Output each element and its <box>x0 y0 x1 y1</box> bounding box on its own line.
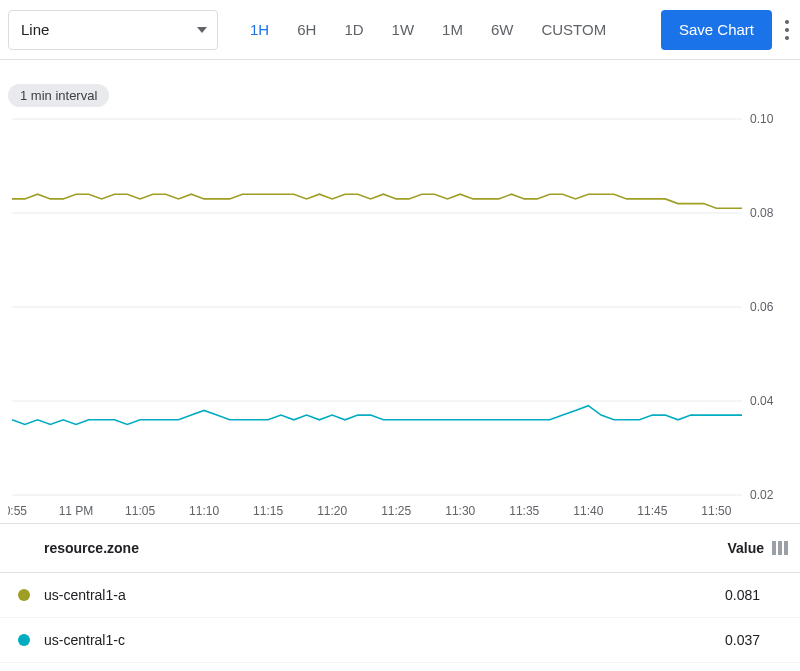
time-range-6h[interactable]: 6H <box>283 13 330 46</box>
svg-text:11:15: 11:15 <box>253 504 283 518</box>
legend-row[interactable]: us-central1-c0.037 <box>0 618 800 663</box>
svg-text:10:55: 10:55 <box>8 504 27 518</box>
svg-text:0.04: 0.04 <box>750 394 774 408</box>
svg-text:11:50: 11:50 <box>701 504 731 518</box>
toolbar: Line 1H6H1D1W1M6WCUSTOM Save Chart <box>0 0 800 60</box>
legend-row-value: 0.081 <box>725 587 788 603</box>
svg-text:11:30: 11:30 <box>445 504 475 518</box>
line-chart: 0.020.040.060.080.1010:5511 PM11:0511:10… <box>8 113 792 523</box>
svg-text:11:20: 11:20 <box>317 504 347 518</box>
svg-text:0.06: 0.06 <box>750 300 774 314</box>
series-swatch <box>18 634 30 646</box>
svg-text:11:35: 11:35 <box>509 504 539 518</box>
time-range-6w[interactable]: 6W <box>477 13 528 46</box>
chart-area: 1 min interval 0.020.040.060.080.1010:55… <box>0 60 800 523</box>
svg-text:11:10: 11:10 <box>189 504 219 518</box>
more-menu-icon[interactable] <box>782 10 792 50</box>
svg-text:11:40: 11:40 <box>573 504 603 518</box>
svg-text:0.08: 0.08 <box>750 206 774 220</box>
svg-text:11 PM: 11 PM <box>59 504 94 518</box>
chevron-down-icon <box>197 27 207 33</box>
legend-header: resource.zone Value <box>0 523 800 573</box>
legend-row[interactable]: us-central1-a0.081 <box>0 573 800 618</box>
interval-badge: 1 min interval <box>8 84 109 107</box>
chart-type-value: Line <box>21 21 49 38</box>
svg-text:11:25: 11:25 <box>381 504 411 518</box>
legend-row-name: us-central1-a <box>44 587 126 603</box>
legend-header-value: Value <box>727 540 764 556</box>
time-range-custom[interactable]: CUSTOM <box>527 13 620 46</box>
time-range-1m[interactable]: 1M <box>428 13 477 46</box>
series-swatch <box>18 589 30 601</box>
legend-header-name: resource.zone <box>44 540 139 556</box>
legend-row-name: us-central1-c <box>44 632 125 648</box>
time-range-1h[interactable]: 1H <box>236 13 283 46</box>
svg-text:0.02: 0.02 <box>750 488 774 502</box>
svg-text:0.10: 0.10 <box>750 113 774 126</box>
legend-row-value: 0.037 <box>725 632 788 648</box>
time-range-1w[interactable]: 1W <box>378 13 429 46</box>
svg-text:11:05: 11:05 <box>125 504 155 518</box>
columns-icon[interactable] <box>772 541 788 555</box>
time-range-1d[interactable]: 1D <box>330 13 377 46</box>
svg-text:11:45: 11:45 <box>637 504 667 518</box>
chart-type-select[interactable]: Line <box>8 10 218 50</box>
save-chart-button[interactable]: Save Chart <box>661 10 772 50</box>
time-range-group: 1H6H1D1W1M6WCUSTOM <box>236 13 620 46</box>
